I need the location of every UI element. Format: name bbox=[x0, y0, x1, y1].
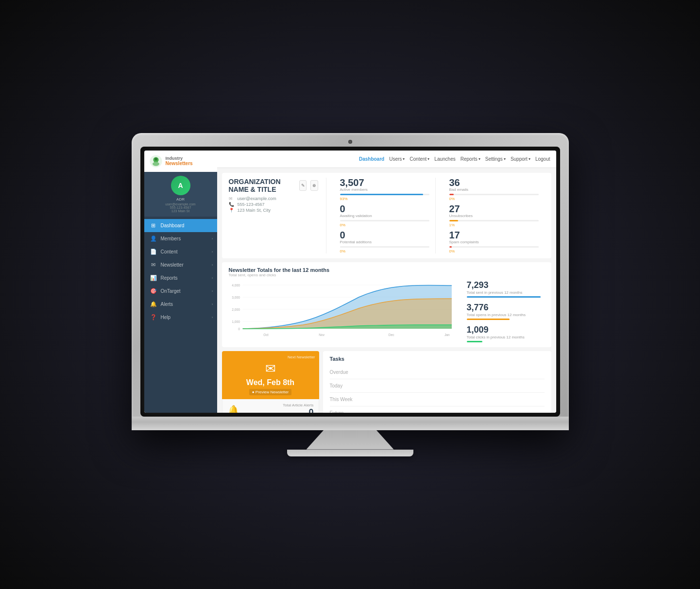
profile-email: user@example.com bbox=[148, 202, 213, 206]
sidebar-item-label: Dashboard bbox=[161, 223, 185, 228]
topnav-launches[interactable]: Launches bbox=[434, 156, 455, 162]
sidebar: Industry Newsletters A ADR user@example.… bbox=[144, 151, 217, 413]
email-icon: ✉ bbox=[229, 196, 235, 201]
svg-text:3,000: 3,000 bbox=[232, 295, 240, 299]
chevron-right-icon: › bbox=[212, 289, 213, 293]
sidebar-item-alerts[interactable]: 🔔 Alerts › bbox=[144, 298, 217, 311]
monitor-base bbox=[287, 450, 413, 456]
chart-header: Newsletter Totals for the last 12 months… bbox=[229, 267, 545, 277]
chevron-right-icon: › bbox=[212, 315, 213, 320]
chart-body: 4,000 3,000 2,000 1,000 0 bbox=[229, 280, 545, 342]
svg-text:4,000: 4,000 bbox=[232, 283, 240, 286]
topnav: Dashboard Users Content Launches Reports… bbox=[217, 151, 556, 168]
edit-button[interactable]: ✎ bbox=[299, 180, 307, 191]
topnav-dashboard[interactable]: Dashboard bbox=[359, 156, 384, 162]
newsletter-next: Next Newsletter ✉ Wed, Feb 8th ● Preview… bbox=[222, 351, 319, 399]
task-future: Future bbox=[330, 406, 545, 413]
chart-legend: 7,293 Total sent in previous 12 months 3… bbox=[467, 280, 545, 342]
sidebar-item-label: Help bbox=[161, 315, 171, 320]
monitor-outer: Industry Newsletters A ADR user@example.… bbox=[132, 133, 569, 430]
chevron-right-icon: › bbox=[212, 302, 213, 306]
sidebar-item-content[interactable]: 📄 Content › bbox=[144, 245, 217, 258]
alerts-icon: 🔔 bbox=[150, 301, 157, 307]
main-content: Dashboard Users Content Launches Reports… bbox=[217, 151, 556, 413]
sidebar-item-label: Reports bbox=[161, 275, 178, 281]
help-icon: ❓ bbox=[150, 314, 157, 320]
svg-point-3 bbox=[154, 158, 157, 161]
bell-icon: 🔔 bbox=[227, 404, 239, 413]
legend-opens: 3,776 Total opens in previous 12 months bbox=[467, 303, 545, 320]
svg-text:2,000: 2,000 bbox=[232, 307, 240, 311]
phone-icon: 📞 bbox=[229, 202, 235, 207]
chevron-right-icon: › bbox=[212, 263, 213, 267]
sidebar-item-help[interactable]: ❓ Help › bbox=[144, 311, 217, 324]
monitor-wrapper: Industry Newsletters A ADR user@example.… bbox=[132, 133, 569, 456]
stat-awaiting: 0 Awaiting validation 0% bbox=[340, 204, 429, 227]
dashboard-icon: ⊞ bbox=[150, 222, 157, 229]
topnav-support[interactable]: Support bbox=[511, 156, 530, 162]
sidebar-item-label: Alerts bbox=[161, 302, 173, 307]
sidebar-item-reports[interactable]: 📊 Reports › bbox=[144, 271, 217, 285]
contact-address-row: 📍 123 Main St, City bbox=[229, 208, 318, 213]
svg-text:Dec: Dec bbox=[388, 333, 394, 336]
topnav-content[interactable]: Content bbox=[410, 156, 429, 162]
contact-email: user@example.com bbox=[238, 196, 276, 201]
tasks-panel: Tasks Overdue Today This Week bbox=[323, 351, 551, 413]
alert-total-articles: 🔔 Total Article Alerts 0 bbox=[222, 399, 319, 413]
app: Industry Newsletters A ADR user@example.… bbox=[144, 151, 556, 413]
envelope-icon: ✉ bbox=[226, 361, 315, 376]
legend-sent: 7,293 Total sent in previous 12 months bbox=[467, 280, 545, 298]
screen-bezel: Industry Newsletters A ADR user@example.… bbox=[140, 147, 560, 417]
chevron-right-icon: › bbox=[212, 236, 213, 241]
content-area: ORGANIZATION NAME & TITLE ✎ ⊕ ✉ user@exa… bbox=[217, 168, 556, 413]
task-today: Today bbox=[330, 379, 545, 393]
reports-icon: 📊 bbox=[150, 275, 157, 281]
stat-spam: 17 Spam complaints 0% bbox=[449, 230, 539, 253]
screen: Industry Newsletters A ADR user@example.… bbox=[144, 151, 556, 413]
topnav-settings[interactable]: Settings bbox=[485, 156, 506, 162]
sidebar-logo: Industry Newsletters bbox=[144, 151, 217, 172]
stats-left: 3,507 Active members 93% 0 Awaiting vali… bbox=[334, 178, 436, 253]
topnav-users[interactable]: Users bbox=[389, 156, 405, 162]
header-card: ORGANIZATION NAME & TITLE ✎ ⊕ ✉ user@exa… bbox=[222, 173, 551, 258]
chevron-right-icon: › bbox=[212, 250, 213, 254]
profile-address: 123 Main St bbox=[148, 209, 213, 213]
avatar: A bbox=[171, 176, 190, 195]
topnav-logout[interactable]: Logout bbox=[535, 156, 550, 162]
profile-phone: 555-123-4567 bbox=[148, 206, 213, 209]
svg-text:0: 0 bbox=[238, 327, 240, 330]
monitor-bottom bbox=[132, 417, 569, 430]
logo-text: Industry Newsletters bbox=[166, 156, 193, 166]
topnav-links: Dashboard Users Content Launches Reports… bbox=[359, 156, 550, 162]
stats-right: 36 Bad emails 0% 27 Unsubscribes bbox=[444, 178, 545, 253]
sidebar-item-members[interactable]: 👤 Members › bbox=[144, 232, 217, 245]
add-button[interactable]: ⊕ bbox=[310, 180, 318, 191]
sidebar-item-ontarget[interactable]: 🎯 OnTarget › bbox=[144, 285, 217, 298]
content-icon: 📄 bbox=[150, 249, 157, 255]
sidebar-item-newsletter[interactable]: ✉ Newsletter › bbox=[144, 258, 217, 271]
task-overdue: Overdue bbox=[330, 366, 545, 379]
header-left: ORGANIZATION NAME & TITLE ✎ ⊕ ✉ user@exa… bbox=[229, 178, 326, 253]
logo-newsletters: Newsletters bbox=[166, 161, 193, 166]
contact-email-row: ✉ user@example.com bbox=[229, 196, 318, 201]
stat-bad-emails: 36 Bad emails 0% bbox=[449, 178, 539, 201]
stat-active-members: 3,507 Active members 93% bbox=[340, 178, 429, 201]
chart-area: 4,000 3,000 2,000 1,000 0 bbox=[229, 280, 461, 338]
sidebar-item-label: Members bbox=[161, 236, 181, 241]
contact-phone-row: 📞 555-123-4567 bbox=[229, 202, 318, 207]
svg-text:Nov: Nov bbox=[319, 333, 324, 336]
stat-potential: 0 Potential additions 0% bbox=[340, 230, 429, 253]
camera bbox=[348, 140, 352, 144]
logo-icon bbox=[149, 154, 163, 168]
location-icon: 📍 bbox=[229, 208, 235, 213]
sidebar-profile: A ADR user@example.com 555-123-4567 123 … bbox=[144, 172, 217, 217]
preview-newsletter-button[interactable]: ● Preview Newsletter bbox=[249, 389, 292, 395]
members-icon: 👤 bbox=[150, 236, 157, 242]
topnav-reports[interactable]: Reports bbox=[461, 156, 480, 162]
logo-industry: Industry bbox=[166, 156, 193, 161]
bottom-row: Next Newsletter ✉ Wed, Feb 8th ● Preview… bbox=[222, 351, 551, 413]
alerts-panel: 🔔 Total Article Alerts 0 🔔 bbox=[222, 399, 319, 413]
sidebar-item-dashboard[interactable]: ⊞ Dashboard bbox=[144, 219, 217, 232]
tasks-title: Tasks bbox=[330, 356, 545, 362]
header-title: ORGANIZATION NAME & TITLE ✎ ⊕ bbox=[229, 178, 318, 193]
